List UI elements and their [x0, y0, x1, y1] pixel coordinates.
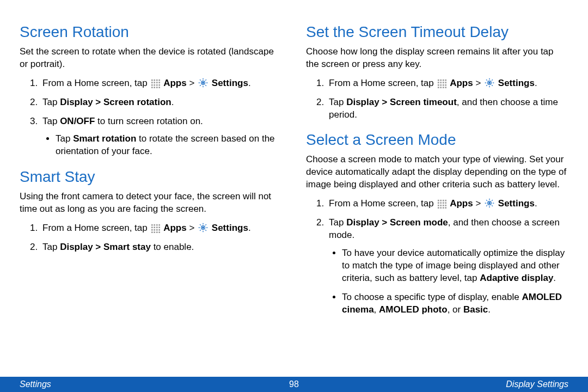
settings-icon: [484, 77, 495, 88]
footer-page-number: 98: [289, 378, 299, 390]
step-item: Tap Display > Screen mode, and then choo…: [327, 217, 568, 316]
heading-screen-rotation: Screen Rotation: [20, 22, 282, 42]
heading-smart-stay: Smart Stay: [20, 167, 282, 187]
step-item: Tap ON/OFF to turn screen rotation on. T…: [40, 115, 282, 158]
apps-icon: [437, 78, 446, 88]
intro-screen-mode: Choose a screen mode to match your type …: [306, 154, 568, 191]
svg-point-5: [488, 82, 491, 84]
page-footer: Settings 98 Display Settings: [0, 377, 588, 392]
bullet-item: Tap Smart rotation to rotate the screen …: [56, 133, 282, 158]
bullet-item: To have your device automatically optimi…: [342, 247, 568, 285]
sub-bullets: To have your device automatically optimi…: [329, 247, 568, 316]
steps-screen-mode: From a Home screen, tap Apps > Settings.…: [306, 198, 568, 316]
steps-smart-stay: From a Home screen, tap Apps > Settings.…: [20, 222, 282, 254]
step-item: From a Home screen, tap Apps > Settings.: [40, 77, 282, 90]
svg-point-3: [202, 226, 204, 229]
step-item: From a Home screen, tap Apps > Settings.: [327, 198, 568, 210]
svg-point-7: [488, 202, 491, 204]
right-column: Set the Screen Timeout Delay Choose how …: [306, 22, 568, 375]
apps-icon: [437, 199, 446, 209]
step-item: Tap Display > Smart stay to enable.: [40, 241, 282, 254]
settings-icon: [198, 77, 209, 88]
page-content: Screen Rotation Set the screen to rotate…: [0, 0, 588, 375]
step-item: Tap Display > Screen rotation.: [40, 96, 282, 109]
apps-icon: [150, 78, 160, 88]
steps-screen-timeout: From a Home screen, tap Apps > Settings.…: [306, 77, 568, 121]
apps-icon: [150, 223, 160, 233]
sub-bullets: Tap Smart rotation to rotate the screen …: [42, 133, 282, 158]
footer-left: Settings: [20, 378, 289, 390]
intro-smart-stay: Using the front camera to detect your fa…: [20, 191, 282, 216]
settings-icon: [198, 222, 209, 233]
svg-point-1: [202, 82, 204, 84]
steps-screen-rotation: From a Home screen, tap Apps > Settings.…: [20, 77, 282, 158]
bullet-item: To choose a specific type of display, en…: [342, 291, 568, 316]
step-item: Tap Display > Screen timeout, and then c…: [327, 96, 568, 121]
step-item: From a Home screen, tap Apps > Settings.: [40, 222, 282, 235]
left-column: Screen Rotation Set the screen to rotate…: [20, 22, 282, 375]
settings-icon: [484, 198, 495, 209]
intro-screen-timeout: Choose how long the display screen remai…: [306, 46, 568, 71]
intro-screen-rotation: Set the screen to rotate when the device…: [20, 46, 282, 71]
heading-screen-timeout: Set the Screen Timeout Delay: [306, 22, 568, 42]
footer-right: Display Settings: [299, 378, 568, 390]
step-item: From a Home screen, tap Apps > Settings.: [327, 77, 568, 90]
heading-screen-mode: Select a Screen Mode: [306, 130, 568, 150]
